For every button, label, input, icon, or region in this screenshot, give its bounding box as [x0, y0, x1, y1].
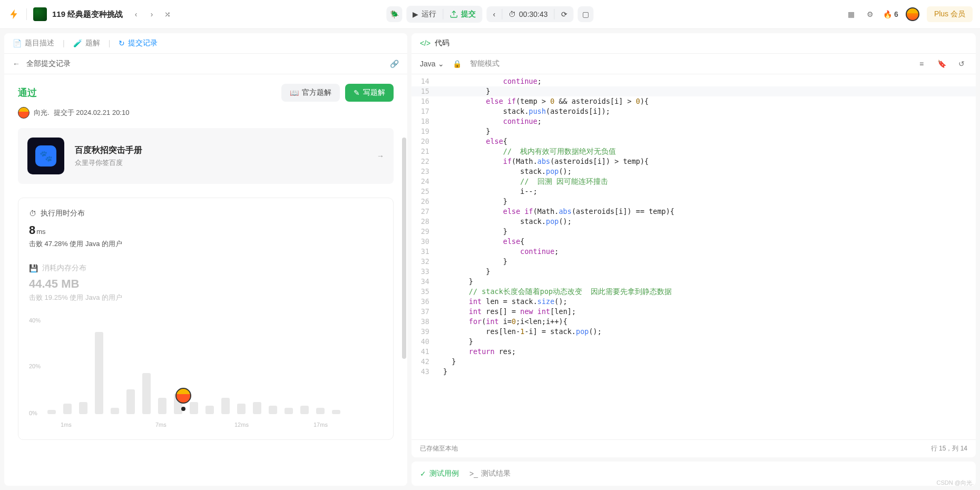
layout-icon[interactable]: ▦ [845, 8, 857, 20]
status-pass: 通过 [18, 86, 37, 99]
link-icon[interactable]: 🔗 [390, 60, 399, 68]
code-line[interactable]: 29 } [411, 227, 976, 237]
prev-button[interactable]: ‹ [128, 6, 144, 22]
memory-header: 💾 消耗内存分布 [29, 263, 383, 273]
reset-icon[interactable]: ↺ [956, 58, 967, 70]
watermark: CSDN @向光. [937, 479, 974, 487]
chart-bar[interactable] [158, 398, 166, 414]
author-row: 向光. 提交于 2024.02.21 20:10 [18, 107, 394, 119]
promo-icon: 🐾 [27, 138, 64, 174]
code-line[interactable]: 14 continue; [411, 76, 976, 86]
chart-bar[interactable] [316, 408, 325, 414]
code-line[interactable]: 15 } [411, 86, 976, 96]
code-line[interactable]: 41 return res; [411, 347, 976, 357]
code-line[interactable]: 19 } [411, 126, 976, 136]
code-line[interactable]: 32 } [411, 257, 976, 267]
arrow-right-icon: → [377, 152, 384, 160]
timer-back[interactable]: ‹ [486, 6, 502, 22]
submit-button[interactable]: 提交 [443, 6, 482, 23]
chart-bar[interactable] [95, 332, 103, 414]
author-avatar[interactable] [18, 107, 30, 119]
code-line[interactable]: 20 else{ [411, 136, 976, 146]
chart-bar[interactable] [285, 408, 293, 414]
code-line[interactable]: 42 } [411, 357, 976, 367]
promo-card[interactable]: 🐾 百度秋招突击手册 众里寻你签百度 → [18, 128, 394, 184]
timer-reset[interactable]: ⟳ [555, 6, 574, 22]
code-line[interactable]: 22 if(Math.abs(asteroids[i]) > temp){ [411, 156, 976, 166]
saved-label: 已存储至本地 [420, 444, 458, 453]
code-line[interactable]: 25 i--; [411, 187, 976, 197]
tab-testresults[interactable]: >_ 测试结果 [469, 469, 511, 478]
promo-title: 百度秋招突击手册 [75, 145, 142, 156]
chart-bar[interactable] [300, 406, 309, 414]
bookmark-icon[interactable]: 🔖 [936, 58, 947, 70]
code-line[interactable]: 21 // 栈内有效可用数据绝对无负值 [411, 146, 976, 156]
settings-icon[interactable]: ⚙ [864, 8, 876, 20]
code-line[interactable]: 33 } [411, 267, 976, 277]
language-select[interactable]: Java ⌄ [420, 60, 444, 68]
code-line[interactable]: 35 // stack长度会随着pop动态改变 因此需要先拿到静态数据 [411, 287, 976, 297]
avatar[interactable] [906, 7, 919, 21]
chart-bar[interactable] [205, 406, 214, 414]
chart-bar[interactable] [126, 389, 135, 414]
run-button[interactable]: ▶ 运行 [406, 6, 443, 23]
chart-marker-dot [181, 407, 185, 411]
chart-bar[interactable] [332, 410, 340, 414]
code-line[interactable]: 24 // 回溯 因可能连环撞击 [411, 177, 976, 187]
code-line[interactable]: 34 } [411, 277, 976, 287]
smart-mode-label[interactable]: 智能模式 [470, 59, 499, 68]
runtime-value: 8ms [29, 223, 383, 237]
top-bar: 119 经典题变种挑战 ‹ › ⤮ 🪲 ▶ 运行 提交 ‹ ⏱ 00:30:43… [0, 0, 980, 29]
tab-description[interactable]: 📄 题目描述 [13, 38, 54, 48]
runtime-header: ⏱ 执行用时分布 [29, 209, 383, 218]
timer-value[interactable]: ⏱ 00:30:43 [502, 6, 554, 22]
write-solution-button[interactable]: ✎ 写题解 [345, 84, 394, 102]
streak[interactable]: 🔥 6 [883, 10, 898, 18]
code-line[interactable]: 17 stack.push(asteroids[i]); [411, 106, 976, 116]
code-line[interactable]: 28 stack.pop(); [411, 217, 976, 227]
code-line[interactable]: 43} [411, 367, 976, 377]
chart-bar[interactable] [253, 402, 261, 414]
code-line[interactable]: 37 int res[] = new int[len]; [411, 307, 976, 317]
chart-bar[interactable] [190, 402, 198, 414]
tab-solution[interactable]: 🧪 题解 [73, 38, 100, 48]
tab-submissions[interactable]: ↻ 提交记录 [119, 38, 158, 48]
code-line[interactable]: 26 } [411, 197, 976, 207]
back-icon[interactable]: ← [13, 60, 20, 68]
shuffle-button[interactable]: ⤮ [160, 6, 175, 22]
scrollbar[interactable] [402, 138, 406, 359]
promo-sub: 众里寻你签百度 [75, 158, 142, 168]
tab-testcases[interactable]: ✓ 测试用例 [420, 469, 459, 478]
chart-bar[interactable] [63, 404, 72, 414]
code-line[interactable]: 27 else if(Math.abs(asteroids[i]) == tem… [411, 207, 976, 217]
code-line[interactable]: 39 res[len-1-i] = stack.pop(); [411, 327, 976, 337]
official-solution-button[interactable]: 📖 官方题解 [281, 84, 340, 102]
code-line[interactable]: 38 for(int i=0;i<len;i++){ [411, 317, 976, 327]
code-line[interactable]: 18 continue; [411, 116, 976, 126]
chart-bar[interactable] [269, 406, 277, 414]
chart-marker-avatar [175, 388, 191, 404]
code-line[interactable]: 31 continue; [411, 247, 976, 257]
chart-bar[interactable] [111, 408, 119, 414]
mem-block: 💾 消耗内存分布 44.45 MB 击败 19.25% 使用 Java 的用户 [29, 263, 383, 302]
code-line[interactable]: 40 } [411, 337, 976, 347]
chart-bar[interactable] [237, 404, 246, 414]
notes-button[interactable]: ▢ [578, 6, 594, 22]
code-editor[interactable]: 14 continue;15 }16 else if(temp > 0 && a… [411, 74, 976, 439]
format-icon[interactable]: ≡ [916, 58, 927, 70]
next-button[interactable]: › [144, 6, 160, 22]
chart-bar[interactable] [47, 410, 56, 414]
code-line[interactable]: 23 stack.pop(); [411, 166, 976, 177]
debug-button[interactable]: 🪲 [386, 6, 402, 22]
chart-bar[interactable] [79, 402, 87, 414]
chart-bar[interactable] [142, 373, 151, 414]
lock-icon: 🔒 [453, 60, 462, 68]
logo-icon[interactable] [7, 7, 21, 21]
code-line[interactable]: 30 else{ [411, 237, 976, 247]
plus-button[interactable]: Plus 会员 [927, 6, 973, 22]
chart-bar[interactable] [221, 398, 230, 414]
memory-value: 44.45 MB [29, 277, 383, 291]
problem-title: 119 经典题变种挑战 [52, 9, 123, 19]
code-line[interactable]: 36 int len = stack.size(); [411, 297, 976, 307]
code-line[interactable]: 16 else if(temp > 0 && asteroids[i] > 0)… [411, 96, 976, 106]
